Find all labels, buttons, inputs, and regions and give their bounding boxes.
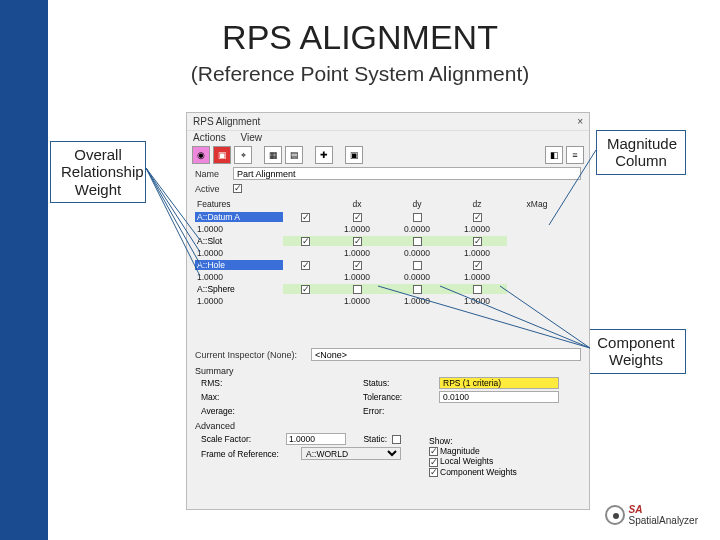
error-label: Error:: [363, 405, 433, 417]
show-mag: Magnitude: [440, 446, 480, 456]
menu-view[interactable]: View: [241, 132, 263, 143]
table-row[interactable]: A::Sphere: [187, 283, 589, 295]
status-value: RPS (1 criteria): [439, 377, 559, 389]
slide-title: RPS ALIGNMENT: [0, 18, 720, 57]
callout-component-weights: Component Weights: [586, 329, 686, 374]
show-mag-cb[interactable]: [429, 447, 438, 456]
toolbar-btn-8[interactable]: ◧: [545, 146, 563, 164]
inspector-label: Current Inspector (None):: [195, 350, 305, 360]
frame-label: Frame of Reference:: [201, 449, 296, 459]
active-checkbox[interactable]: [233, 184, 242, 193]
inspector-input[interactable]: [311, 348, 581, 361]
avg-label: Average:: [201, 405, 261, 417]
show-comp-cb[interactable]: [429, 468, 438, 477]
col-dy: dy: [387, 199, 447, 209]
status-label: Status:: [363, 377, 433, 389]
show-label: Show:: [415, 436, 589, 446]
logo-icon: [605, 505, 625, 525]
name-input[interactable]: [233, 167, 581, 180]
grid-header-row: Features dx dy dz xMag: [187, 196, 589, 211]
name-label: Name: [195, 169, 227, 179]
menu-actions[interactable]: Actions: [193, 132, 226, 143]
table-row[interactable]: A::Datum A: [187, 211, 589, 223]
logo-brand: SA: [629, 504, 643, 515]
tolerance-label: Tolerance:: [363, 391, 433, 403]
toolbar-btn-4[interactable]: ▦: [264, 146, 282, 164]
active-label: Active: [195, 184, 227, 194]
rms-label: RMS:: [201, 377, 261, 389]
toolbar-btn-2[interactable]: ▣: [213, 146, 231, 164]
callout-magnitude-column: Magnitude Column: [596, 130, 686, 175]
dialog-toolbar: ◉ ▣ ⌖ ▦ ▤ ✚ ▣ ◧ ≡: [187, 144, 589, 166]
col-dz: dz: [447, 199, 507, 209]
slide-subtitle: (Reference Point System Alignment): [0, 62, 720, 86]
show-local: Local Weights: [440, 456, 493, 466]
table-row[interactable]: A::Slot: [187, 235, 589, 247]
table-row: 1.00001.00001.00001.0000: [187, 295, 589, 307]
static-checkbox[interactable]: [392, 435, 401, 444]
show-local-cb[interactable]: [429, 458, 438, 467]
table-row: 1.00001.00000.00001.0000: [187, 247, 589, 259]
toolbar-btn-3[interactable]: ⌖: [234, 146, 252, 164]
logo-name: SpatialAnalyzer: [629, 515, 698, 526]
table-row[interactable]: A::Hole: [187, 259, 589, 271]
toolbar-btn-9[interactable]: ≡: [566, 146, 584, 164]
toolbar-btn-1[interactable]: ◉: [192, 146, 210, 164]
dialog-title: RPS Alignment: [193, 116, 260, 127]
dialog-menubar: Actions View: [187, 131, 589, 144]
col-dx: dx: [327, 199, 387, 209]
callout-overall-weight: Overall Relationship Weight: [50, 141, 146, 203]
scale-input[interactable]: [286, 433, 346, 445]
col-xmag: xMag: [507, 199, 567, 209]
scale-label: Scale Factor:: [201, 434, 281, 444]
summary-grid: RMS: Status: RPS (1 criteria) Max: Toler…: [187, 377, 589, 417]
table-row: 1.00001.00000.00001.0000: [187, 223, 589, 235]
advanced-heading: Advanced: [187, 417, 589, 432]
toolbar-btn-6[interactable]: ✚: [315, 146, 333, 164]
close-icon[interactable]: ×: [577, 116, 583, 127]
show-comp: Component Weights: [440, 467, 517, 477]
summary-heading: Summary: [187, 362, 589, 377]
max-label: Max:: [201, 391, 261, 403]
toolbar-btn-5[interactable]: ▤: [285, 146, 303, 164]
toolbar-btn-7[interactable]: ▣: [345, 146, 363, 164]
frame-select[interactable]: A::WORLD: [301, 447, 401, 460]
table-row: 1.00001.00000.00001.0000: [187, 271, 589, 283]
tolerance-value: 0.0100: [439, 391, 559, 403]
rps-alignment-dialog: RPS Alignment × Actions View ◉ ▣ ⌖ ▦ ▤ ✚…: [186, 112, 590, 510]
col-features: Features: [195, 199, 283, 209]
logo: SASpatialAnalyzer: [605, 504, 698, 526]
static-label: Static:: [351, 434, 387, 444]
